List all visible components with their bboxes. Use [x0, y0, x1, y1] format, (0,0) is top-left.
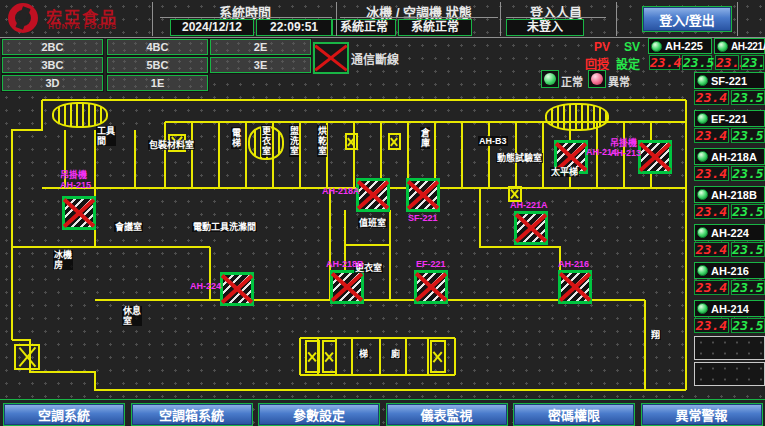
room-label: 冰機房 — [53, 250, 73, 270]
unit-empty-slot — [694, 362, 765, 386]
unit-status-lamp-icon — [697, 303, 708, 314]
nav-button-1[interactable]: 空調系統 — [3, 403, 125, 426]
unit-button-AH-218B[interactable]: AH-218B — [694, 186, 765, 203]
stairwell-icon — [545, 103, 609, 131]
unit-sv-AH-218B: 23.5 — [731, 204, 765, 219]
ahu-unit-icon-EF-221[interactable] — [414, 270, 448, 304]
room-label: 盥洗室 — [289, 125, 299, 157]
ahu-unit-label: EF-221 — [416, 259, 446, 269]
nav-button-5[interactable]: 密碼權限 — [513, 403, 635, 426]
unit-name: AH-218B — [711, 189, 757, 201]
ahu-unit-icon-AH-218A[interactable] — [356, 178, 390, 212]
ahu-unit-icon-AH-218B[interactable] — [330, 270, 364, 304]
unit-empty-slot — [694, 336, 765, 360]
unit-pv-AH-224: 23.4 — [694, 242, 729, 257]
ahu-unit-icon-AH-224[interactable] — [220, 272, 254, 306]
unit-status-lamp-icon — [697, 75, 708, 86]
room-label: 電動工具洗滌間 — [192, 222, 257, 232]
unit-name: AH-216 — [711, 265, 749, 277]
unit-pv-AH-218A: 23.4 — [694, 166, 729, 181]
room-label: 太平梯 — [550, 167, 579, 177]
unit-sv-AH-218A: 23.5 — [731, 166, 765, 181]
room-label: 廁 — [390, 349, 401, 359]
nav-button-3[interactable]: 參數設定 — [258, 403, 380, 426]
unit-pv-AH-214: 23.4 — [694, 318, 729, 333]
room-label: 工具間 — [96, 126, 116, 146]
unit-status-lamp-icon — [697, 151, 708, 162]
room-label: 電梯 — [231, 127, 241, 149]
ahu-unit-label: AH-218B — [326, 259, 364, 269]
room-label: 會議室 — [114, 222, 143, 232]
unit-name: AH-214 — [711, 303, 749, 315]
ahu-unit-icon-AH-216[interactable] — [558, 270, 592, 304]
room-label: 烘乾室 — [317, 125, 327, 157]
unit-status-lamp-icon — [697, 265, 708, 276]
ahu-unit-label: AH-221A — [510, 200, 548, 210]
room-label: 倉庫 — [420, 127, 430, 149]
room-label: 包裝材料室 — [148, 140, 195, 150]
unit-status-lamp-icon — [697, 113, 708, 124]
unit-sv-EF-221: 23.5 — [731, 128, 765, 143]
room-label: 梯 — [358, 349, 369, 359]
ahu-unit-icon-SF-221[interactable] — [406, 178, 440, 212]
hmi-screen: { "header": { "brand_name": "宏亞食品", "bra… — [0, 0, 765, 426]
unit-button-AH-225[interactable]: AH-225 — [648, 38, 712, 54]
stair-x-icon — [388, 133, 401, 150]
unit-sv-AH-214: 23.5 — [731, 318, 765, 333]
unit-name: EF-221 — [711, 113, 747, 125]
unit-status-lamp-icon — [697, 227, 708, 238]
ahu-unit-label: SF-221 — [408, 213, 438, 223]
unit-button-AH-214[interactable]: AH-214 — [694, 300, 765, 317]
stair-x-icon — [430, 340, 446, 373]
room-label: 休息室 — [122, 306, 142, 326]
unit-name: AH-221A — [731, 41, 765, 52]
unit-pv-EF-221: 23.4 — [694, 128, 729, 143]
unit-sv-AH-225: 23.5 — [682, 55, 712, 70]
unit-pv-AH-225: 23.4 — [649, 55, 680, 70]
ahu-unit-label: AH-216 — [558, 259, 589, 269]
unit-name: AH-224 — [711, 227, 749, 239]
room-label: 值班室 — [358, 218, 387, 228]
unit-status-lamp-icon — [717, 41, 728, 52]
unit-button-AH-218A[interactable]: AH-218A — [694, 148, 765, 165]
stair-x-icon — [305, 340, 320, 373]
unit-pv-SF-221: 23.4 — [694, 90, 729, 105]
stair-x-icon — [14, 344, 40, 370]
nav-button-2[interactable]: 空調箱系統 — [131, 403, 253, 426]
unit-sv-AH-216: 23.5 — [731, 280, 765, 295]
stair-x-icon — [322, 340, 337, 373]
ahu-unit-label: 吊掛機AH-215 — [60, 170, 91, 190]
unit-button-AH-224[interactable]: AH-224 — [694, 224, 765, 241]
nav-button-4[interactable]: 儀表監視 — [386, 403, 508, 426]
unit-pv-AH-218B: 23.4 — [694, 204, 729, 219]
ahu-unit-label: AH-224 — [190, 281, 221, 291]
unit-name: AH-225 — [665, 40, 703, 52]
room-label: 翔 — [650, 330, 661, 340]
unit-button-EF-221[interactable]: EF-221 — [694, 110, 765, 127]
room-label: 動態試驗室 — [496, 153, 543, 163]
unit-sv-SF-221: 23.5 — [731, 90, 765, 105]
nav-separator — [0, 399, 765, 400]
ahu-unit-icon-AH-215[interactable] — [62, 196, 96, 230]
ahu-unit-label: AH-218A — [322, 186, 360, 196]
ahu-unit-icon-AH-221A[interactable] — [514, 211, 548, 245]
room-label: 更衣室 — [261, 125, 271, 157]
stair-x-icon — [345, 133, 358, 150]
unit-name: SF-221 — [711, 75, 747, 87]
unit-name: AH-218A — [711, 151, 757, 163]
unit-pv-AH-221A: 23.5 — [715, 55, 739, 70]
unit-button-SF-221[interactable]: SF-221 — [694, 72, 765, 89]
unit-button-AH-216[interactable]: AH-216 — [694, 262, 765, 279]
unit-sv-AH-221A: 23.5 — [741, 55, 764, 70]
stairwell-icon — [52, 102, 108, 128]
room-label: AH-B3 — [478, 136, 508, 146]
unit-button-AH-221A[interactable]: AH-221A — [714, 38, 765, 54]
unit-pv-AH-216: 23.4 — [694, 280, 729, 295]
nav-button-6[interactable]: 異常警報 — [641, 403, 763, 426]
unit-sv-AH-224: 23.5 — [731, 242, 765, 257]
unit-status-lamp-icon — [651, 41, 662, 52]
ahu-unit-label: 吊掛機AH-213 — [610, 138, 641, 158]
unit-status-lamp-icon — [697, 189, 708, 200]
ahu-unit-icon-AH-213[interactable] — [638, 140, 672, 174]
